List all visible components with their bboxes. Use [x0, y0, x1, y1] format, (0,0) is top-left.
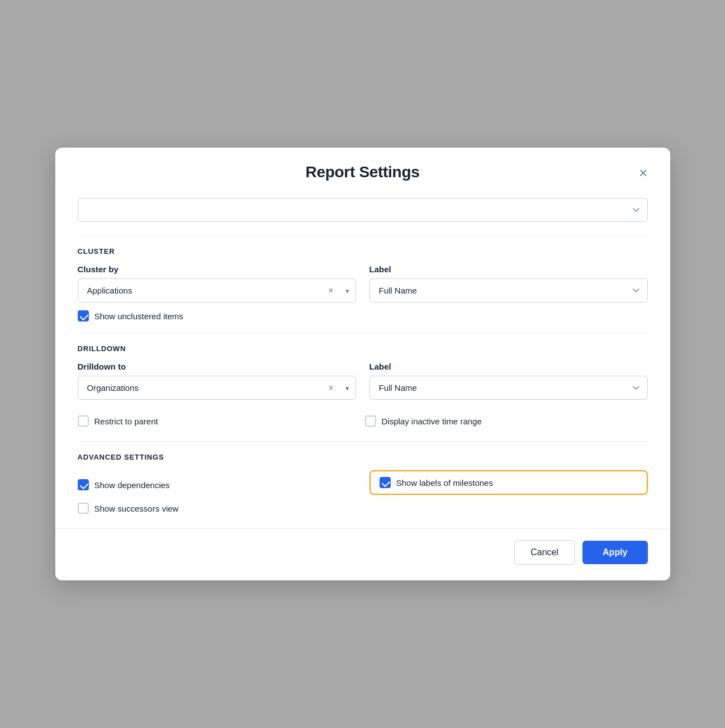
restrict-to-parent-row: Restrict to parent [78, 415, 361, 427]
restrict-to-parent-label[interactable]: Restrict to parent [94, 417, 158, 426]
drilldown-to-field: Drilldown to Organizations Applications … [78, 362, 356, 400]
cluster-label-label: Label [369, 264, 648, 274]
restrict-to-parent-checkbox[interactable] [78, 415, 89, 427]
divider-1 [78, 235, 648, 236]
drilldown-to-label: Drilldown to [78, 362, 356, 371]
advanced-section-title: ADVANCED SETTINGS [78, 453, 648, 461]
drilldown-section: DRILLDOWN Drilldown to Organizations App… [78, 344, 648, 430]
close-button[interactable]: × [637, 163, 650, 182]
top-select[interactable] [78, 198, 648, 222]
cluster-label-select[interactable]: Full Name Short Name ID [369, 278, 648, 302]
show-dependencies-label[interactable]: Show dependencies [94, 480, 170, 490]
show-labels-milestones-highlighted: Show labels of milestones [369, 470, 648, 495]
cluster-by-label: Cluster by [78, 264, 356, 274]
drilldown-label-select[interactable]: Full Name Short Name ID [369, 376, 648, 400]
modal-overlay: Report Settings × CLUSTER Cluster by [0, 0, 725, 728]
display-inactive-label[interactable]: Display inactive time range [382, 417, 482, 426]
show-unclustered-row: Show unclustered items [78, 310, 648, 322]
drilldown-checkboxes-row: Restrict to parent Display inactive time… [78, 408, 648, 430]
drilldown-to-select[interactable]: Organizations Applications Teams [78, 376, 356, 400]
drilldown-to-clear-button[interactable]: × [326, 382, 335, 394]
modal-footer: Cancel Apply [55, 528, 670, 580]
cluster-section-title: CLUSTER [78, 247, 648, 256]
advanced-row-1: Show dependencies Show labels of milesto… [78, 470, 648, 495]
cancel-button[interactable]: Cancel [514, 540, 575, 565]
cluster-by-select[interactable]: Applications Organizations Teams [78, 278, 356, 302]
drilldown-section-title: DRILLDOWN [78, 344, 648, 353]
cluster-section: CLUSTER Cluster by Applications Organiza… [78, 247, 648, 322]
display-inactive-checkbox[interactable] [365, 415, 376, 427]
drilldown-label-select-wrapper: Full Name Short Name ID [369, 376, 648, 400]
top-dropdown-row [78, 192, 648, 222]
report-settings-modal: Report Settings × CLUSTER Cluster by [55, 148, 670, 580]
display-inactive-row: Display inactive time range [365, 415, 648, 427]
modal-body: CLUSTER Cluster by Applications Organiza… [55, 192, 670, 528]
modal-title: Report Settings [306, 163, 420, 181]
show-dependencies-row: Show dependencies [78, 478, 356, 491]
show-labels-milestones-checkbox[interactable] [380, 477, 391, 488]
show-successors-row: Show successors view [78, 503, 648, 514]
divider-3 [78, 441, 648, 442]
drilldown-fields-row: Drilldown to Organizations Applications … [78, 362, 648, 400]
show-labels-milestones-label[interactable]: Show labels of milestones [396, 478, 493, 488]
show-unclustered-label[interactable]: Show unclustered items [94, 311, 183, 321]
advanced-settings-section: ADVANCED SETTINGS Show dependencies Show… [78, 453, 648, 514]
cluster-by-field: Cluster by Applications Organizations Te… [78, 264, 356, 302]
cluster-by-select-wrapper: Applications Organizations Teams × ▾ [78, 278, 356, 302]
drilldown-to-select-wrapper: Organizations Applications Teams × ▾ [78, 376, 356, 400]
apply-button[interactable]: Apply [582, 541, 647, 564]
divider-2 [78, 333, 648, 333]
show-dependencies-checkbox[interactable] [78, 479, 89, 490]
drilldown-label-label: Label [369, 362, 648, 371]
show-successors-label[interactable]: Show successors view [94, 504, 179, 513]
modal-header: Report Settings × [55, 148, 670, 192]
cluster-by-clear-button[interactable]: × [326, 285, 335, 296]
cluster-label-select-wrapper: Full Name Short Name ID [369, 278, 648, 302]
cluster-fields-row: Cluster by Applications Organizations Te… [78, 264, 648, 302]
cluster-label-field: Label Full Name Short Name ID [369, 264, 648, 302]
drilldown-label-field: Label Full Name Short Name ID [369, 362, 648, 400]
show-successors-checkbox[interactable] [78, 503, 89, 514]
show-unclustered-checkbox[interactable] [78, 310, 89, 322]
